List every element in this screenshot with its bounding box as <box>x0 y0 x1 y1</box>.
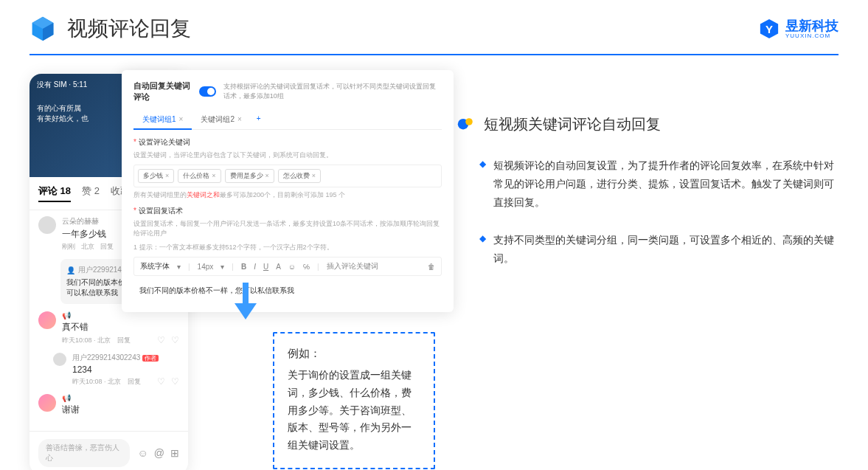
close-icon[interactable]: × <box>237 115 242 123</box>
emoji-icon[interactable]: ☺ <box>137 447 147 459</box>
chevron-down-icon[interactable]: ▾ <box>177 263 181 271</box>
example-callout: 例如： 关于询价的设置成一组关键词，多少钱、什么价格，费用多少等。关于咨询班型、… <box>273 332 435 469</box>
svg-point-8 <box>465 118 473 125</box>
enable-toggle[interactable] <box>199 86 215 97</box>
keyword-tag: 多少钱× <box>138 169 174 183</box>
reply-username: 用户2299214302243 <box>72 353 140 362</box>
avatar <box>38 394 56 412</box>
delete-icon[interactable]: 🗑 <box>428 263 435 271</box>
author-badge: 作者 <box>142 355 159 362</box>
image-icon[interactable]: ⊞ <box>170 447 179 459</box>
reply-meta: 昨天10:08 · 北京 回复 <box>72 377 141 387</box>
svg-text:Y: Y <box>765 23 773 35</box>
keyword-limit-text: 所有关键词组里的关键词之和最多可添加200个，目前剩余可添加 195 个 <box>133 190 442 200</box>
reply-text: 1234 <box>72 364 179 375</box>
logo-subtext: YUUXIN.COM <box>785 32 839 39</box>
comment-item: 📢 谢谢 <box>38 394 179 418</box>
reply-field-hint-2: 1 提示：一个富文本框最多支持512个字符，一个汉字占用2个字符。 <box>133 243 442 252</box>
example-title: 例如： <box>288 347 420 361</box>
user-icon: 👤 <box>66 266 75 274</box>
avatar <box>38 311 56 329</box>
avatar <box>53 353 66 366</box>
close-icon[interactable]: × <box>179 115 184 123</box>
settings-title: 自动回复关键词评论 <box>133 80 192 103</box>
keyword-tab-2[interactable]: 关键词组2× <box>192 110 250 129</box>
italic-icon[interactable]: I <box>254 263 256 271</box>
speaker-icon: 📢 <box>62 311 71 319</box>
video-caption-2: 有美好焰火，也 <box>37 114 88 124</box>
underline-icon[interactable]: U <box>263 263 268 271</box>
example-text: 关于询价的设置成一组关键词，多少钱、什么价格，费用多少等。关于咨询班型、版本、型… <box>288 367 420 455</box>
screenshot-panel: 没有 SIM · 5:11 有的心有所属 有美好焰火，也 评论 18 赞 2 收… <box>29 70 435 286</box>
hexagon-logo-icon: Y <box>759 18 780 39</box>
diamond-icon: ◆ <box>479 159 486 212</box>
svg-marker-6 <box>235 303 257 319</box>
remove-tag-icon[interactable]: × <box>312 172 316 179</box>
page-header: 视频评论回复 Y 昱新科技 YUUXIN.COM <box>0 0 868 54</box>
keyword-group-tabs: 关键词组1× 关键词组2× + <box>133 110 442 130</box>
keyword-tag: 怎么收费× <box>278 169 321 183</box>
comment-text: 谢谢 <box>62 404 179 416</box>
brand-logo: Y 昱新科技 YUUXIN.COM <box>759 18 839 39</box>
comment-text: 真不错 <box>62 321 179 334</box>
bullet-text-1: 短视频评论的自动回复设置，为了提升作者的评论回复效率，在系统中针对常见的评论用户… <box>493 156 839 212</box>
video-caption-1: 有的心有所属 <box>37 103 88 114</box>
chevron-down-icon[interactable]: ▾ <box>221 263 224 271</box>
bullet-text-2: 支持不同类型的关键词分组，同一类问题，可设置多个相近的、高频的关键词。 <box>493 231 839 268</box>
avatar <box>38 216 56 234</box>
diamond-icon: ◆ <box>479 233 486 268</box>
emoji-icon[interactable]: ☺ <box>288 263 296 271</box>
reply-field-label: 设置回复话术 <box>139 207 183 215</box>
settings-description: 支持根据评论的关键词设置回复话术，可以针对不同类型关键词设置回复话术，最多添加1… <box>223 82 442 101</box>
keyword-tab-1[interactable]: 关键词组1× <box>133 110 192 129</box>
keyword-tag: 费用是多少× <box>225 169 274 183</box>
attach-icon[interactable]: ℅ <box>303 263 310 271</box>
add-tab-button[interactable]: + <box>251 110 267 129</box>
keyword-settings-panel: 自动回复关键词评论 支持根据评论的关键词设置回复话术，可以针对不同类型关键词设置… <box>122 70 454 312</box>
remove-tag-icon[interactable]: × <box>165 172 169 179</box>
reply-field-hint: 设置回复话术，每回复一个用户评论只发送一条话术，最多支持设置10条不同话术，按添… <box>133 219 442 238</box>
font-select[interactable]: 系统字体 <box>140 261 170 272</box>
section-header: 短视频关键词评论自动回复 <box>457 114 839 134</box>
page-title: 视频评论回复 <box>67 15 191 43</box>
keyword-tag: 什么价格× <box>178 169 221 183</box>
status-bar-text: 没有 SIM · 5:11 <box>37 80 87 90</box>
comment-time: 刚刚 <box>62 242 75 252</box>
section-title: 短视频关键词评论自动回复 <box>484 114 661 134</box>
dislike-icon[interactable]: ♡ <box>171 335 179 345</box>
bold-icon[interactable]: B <box>241 263 246 271</box>
insert-keyword-button[interactable]: 插入评论关键词 <box>327 261 378 272</box>
font-size-select[interactable]: 14px <box>198 263 214 271</box>
at-icon[interactable]: @ <box>154 447 164 459</box>
arrow-down-icon <box>235 283 257 319</box>
heart-icon[interactable]: ♡ <box>157 335 165 345</box>
speaker-icon: 📢 <box>62 394 71 402</box>
keyword-field-hint: 设置关键词，当评论里内容包含了以下关键词，则系统可自动回复。 <box>133 151 442 160</box>
keyword-field-label: 设置评论关键词 <box>139 138 190 146</box>
rich-text-toolbar: 系统字体 ▾ | 14px ▾ | B I U A ☺ ℅ | 插入评论关键词 … <box>133 257 442 276</box>
text-color-icon[interactable]: A <box>276 263 281 271</box>
bullet-point: ◆ 短视频评论的自动回复设置，为了提升作者的评论回复效率，在系统中针对常见的评论… <box>457 156 839 212</box>
reply-template-text[interactable]: 我们不同的版本价格不一样，您可以私信联系我 <box>133 280 442 302</box>
remove-tag-icon[interactable]: × <box>212 172 215 179</box>
logo-text: 昱新科技 <box>785 19 839 32</box>
tab-likes[interactable]: 赞 2 <box>82 184 100 202</box>
dislike-icon[interactable]: ♡ <box>171 376 179 387</box>
bullet-point: ◆ 支持不同类型的关键词分组，同一类问题，可设置多个相近的、高频的关键词。 <box>457 231 839 268</box>
nested-reply: 用户2299214302243 作者 1234 昨天10:08 · 北京 回复 … <box>53 353 179 387</box>
reply-link[interactable]: 回复 <box>100 242 114 252</box>
comment-item: 📢 真不错 昨天10:08 · 北京 回复 ♡♡ <box>38 311 179 345</box>
remove-tag-icon[interactable]: × <box>265 172 269 179</box>
comment-input-bar: 善语结善缘，恶言伤人心 ☺ @ ⊞ <box>29 431 188 470</box>
svg-rect-5 <box>243 283 249 305</box>
description-panel: 短视频关键词评论自动回复 ◆ 短视频评论的自动回复设置，为了提升作者的评论回复效… <box>457 70 839 286</box>
comment-input[interactable]: 善语结善缘，恶言伤人心 <box>38 439 130 467</box>
chat-bubble-icon <box>457 116 475 134</box>
comment-meta: 昨天10:08 · 北京 回复 <box>62 336 131 345</box>
keyword-tags-input[interactable]: 多少钱× 什么价格× 费用是多少× 怎么收费× <box>133 165 442 187</box>
tab-comments[interactable]: 评论 18 <box>38 184 71 202</box>
cube-icon <box>29 15 56 42</box>
heart-icon[interactable]: ♡ <box>157 376 165 387</box>
comment-location: 北京 <box>81 242 94 252</box>
